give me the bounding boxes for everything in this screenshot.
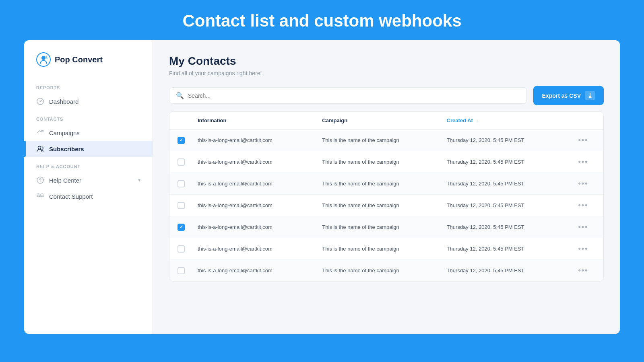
sidebar-item-help-center[interactable]: Help Center ▾ — [24, 172, 153, 188]
subscribers-label: Subscribers — [49, 146, 84, 152]
cell-email-5: this-is-a-long-email@cartkit.com — [198, 224, 322, 230]
section-label-contacts: CONTACTS — [24, 109, 153, 125]
cell-date-5: Thursday 12, 2020. 5:45 PM EST — [447, 224, 571, 230]
chevron-down-icon: ▾ — [138, 177, 140, 183]
cell-actions-5[interactable]: ••• — [571, 223, 595, 231]
checkbox-1[interactable] — [178, 137, 185, 144]
main-content: My Contacts Find all of your campaigns r… — [153, 40, 620, 334]
cell-date-2: Thursday 12, 2020. 5:45 PM EST — [447, 159, 571, 165]
checkbox-7[interactable] — [178, 267, 185, 274]
table-body: this-is-a-long-email@cartkit.com This is… — [169, 130, 603, 281]
cell-email-2: this-is-a-long-email@cartkit.com — [198, 159, 322, 165]
cell-campaign-5: This is the name of the campaign — [322, 224, 446, 230]
row-checkbox[interactable] — [178, 202, 198, 209]
checkbox-5[interactable] — [178, 224, 185, 231]
dashboard-label: Dashboard — [49, 98, 78, 105]
sidebar-item-campaigns[interactable]: Campaigns — [24, 125, 153, 141]
export-label: Export as CSV — [542, 93, 581, 99]
header-information: Information — [198, 117, 322, 123]
top-banner: Contact list and custom webhooks — [0, 0, 644, 40]
row-checkbox[interactable] — [178, 224, 198, 231]
logo-text: Pop Convert — [55, 55, 103, 64]
svg-point-1 — [41, 56, 45, 60]
table-row: this-is-a-long-email@cartkit.com This is… — [169, 151, 603, 173]
row-checkbox[interactable] — [178, 180, 198, 187]
cell-actions-6[interactable]: ••• — [571, 245, 595, 253]
sidebar-item-subscribers[interactable]: Subscribers — [24, 141, 153, 157]
table-row: this-is-a-long-email@cartkit.com This is… — [169, 195, 603, 216]
toolbar: 🔍 Export as CSV ⤓ — [169, 86, 604, 105]
search-bar[interactable]: 🔍 — [169, 87, 527, 104]
banner-title: Contact list and custom webhooks — [0, 11, 644, 31]
svg-point-3 — [40, 101, 41, 102]
svg-point-6 — [40, 181, 41, 182]
svg-point-4 — [38, 146, 41, 149]
table-header: Information Campaign Created At ↓ — [169, 112, 603, 130]
cell-campaign-2: This is the name of the campaign — [322, 159, 446, 165]
section-label-help: HELP & ACCOUNT — [24, 157, 153, 172]
support-icon — [36, 192, 44, 200]
cell-campaign-1: This is the name of the campaign — [322, 137, 446, 143]
export-csv-button[interactable]: Export as CSV ⤓ — [533, 86, 604, 105]
sidebar-item-contact-support[interactable]: Contact Support — [24, 188, 153, 204]
cell-actions-2[interactable]: ••• — [571, 158, 595, 166]
sort-arrow-icon: ↓ — [476, 118, 479, 123]
page-subtitle: Find all of your campaigns right here! — [169, 70, 604, 76]
cell-campaign-6: This is the name of the campaign — [322, 246, 446, 252]
header-campaign: Campaign — [322, 117, 446, 123]
sidebar-logo: Pop Convert — [24, 52, 153, 78]
checkbox-6[interactable] — [178, 245, 185, 253]
help-center-label: Help Center — [49, 177, 81, 184]
checkbox-3[interactable] — [178, 180, 185, 187]
logo-icon — [36, 52, 51, 67]
page-title: My Contacts — [169, 55, 604, 68]
campaigns-icon — [36, 129, 44, 137]
table-row: this-is-a-long-email@cartkit.com This is… — [169, 173, 603, 195]
checkbox-4[interactable] — [178, 202, 185, 209]
row-checkbox[interactable] — [178, 137, 198, 144]
cell-email-3: this-is-a-long-email@cartkit.com — [198, 181, 322, 187]
cell-date-3: Thursday 12, 2020. 5:45 PM EST — [447, 181, 571, 187]
cell-email-6: this-is-a-long-email@cartkit.com — [198, 246, 322, 252]
cell-actions-3[interactable]: ••• — [571, 179, 595, 188]
cell-date-1: Thursday 12, 2020. 5:45 PM EST — [447, 137, 571, 143]
checkbox-2[interactable] — [178, 158, 185, 166]
cell-date-4: Thursday 12, 2020. 5:45 PM EST — [447, 202, 571, 208]
table-row: this-is-a-long-email@cartkit.com This is… — [169, 216, 603, 238]
campaigns-label: Campaigns — [49, 130, 80, 136]
table-row: this-is-a-long-email@cartkit.com This is… — [169, 238, 603, 260]
cell-actions-7[interactable]: ••• — [571, 266, 595, 275]
cell-campaign-7: This is the name of the campaign — [322, 267, 446, 274]
cell-date-7: Thursday 12, 2020. 5:45 PM EST — [447, 267, 571, 274]
cell-campaign-4: This is the name of the campaign — [322, 202, 446, 208]
cell-date-6: Thursday 12, 2020. 5:45 PM EST — [447, 246, 571, 252]
header-created-at[interactable]: Created At ↓ — [447, 117, 571, 123]
sidebar: Pop Convert REPORTS Dashboard CONTACTS C… — [24, 40, 153, 334]
row-checkbox[interactable] — [178, 245, 198, 253]
table-row: this-is-a-long-email@cartkit.com This is… — [169, 130, 603, 151]
section-label-reports: REPORTS — [24, 78, 153, 93]
help-icon — [36, 176, 44, 184]
cell-email-1: this-is-a-long-email@cartkit.com — [198, 137, 322, 143]
dashboard-icon — [36, 97, 44, 105]
contact-support-label: Contact Support — [49, 193, 93, 200]
sidebar-item-dashboard[interactable]: Dashboard — [24, 93, 153, 109]
cell-email-4: this-is-a-long-email@cartkit.com — [198, 202, 322, 208]
cell-email-7: this-is-a-long-email@cartkit.com — [198, 267, 322, 274]
search-icon: 🔍 — [176, 92, 184, 99]
cell-actions-4[interactable]: ••• — [571, 201, 595, 210]
search-input[interactable] — [188, 93, 520, 99]
subscribers-icon — [36, 145, 44, 153]
app-container: Pop Convert REPORTS Dashboard CONTACTS C… — [24, 40, 620, 334]
contacts-table: Information Campaign Created At ↓ this-i… — [169, 111, 604, 282]
cell-campaign-3: This is the name of the campaign — [322, 181, 446, 187]
table-row: this-is-a-long-email@cartkit.com This is… — [169, 260, 603, 281]
row-checkbox[interactable] — [178, 267, 198, 274]
download-icon: ⤓ — [585, 91, 595, 100]
row-checkbox[interactable] — [178, 158, 198, 166]
cell-actions-1[interactable]: ••• — [571, 136, 595, 144]
